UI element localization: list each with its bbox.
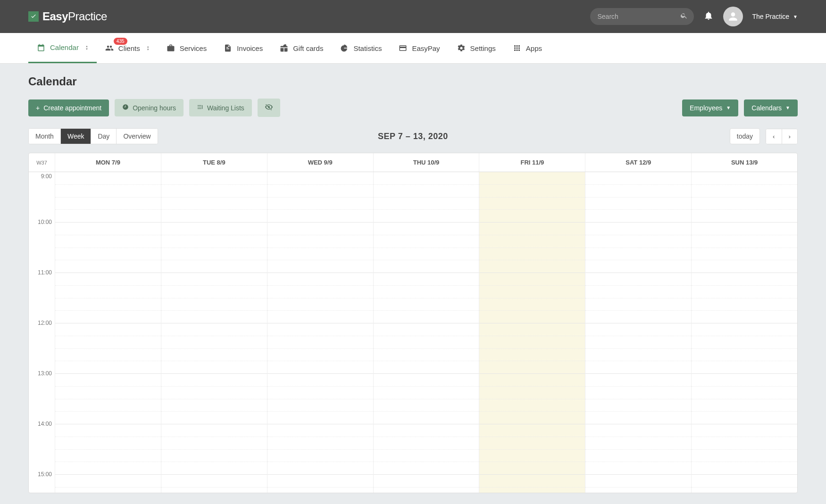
next-button[interactable]: › <box>782 129 797 144</box>
visibility-toggle-button[interactable] <box>258 99 280 117</box>
day-header[interactable]: FRI 11/9 <box>479 153 585 172</box>
prev-button[interactable]: ‹ <box>766 129 782 144</box>
hour-cell[interactable] <box>479 323 585 374</box>
nav-invoices[interactable]: Invoices <box>215 33 271 63</box>
view-month[interactable]: Month <box>29 129 61 144</box>
hour-cell[interactable] <box>479 223 585 273</box>
search-bar[interactable] <box>590 8 694 25</box>
hour-cell[interactable] <box>692 273 797 323</box>
nav-easypay[interactable]: EasyPay <box>390 33 448 63</box>
hour-cell[interactable] <box>161 273 267 323</box>
hour-cell[interactable] <box>161 424 267 475</box>
waiting-lists-button[interactable]: Waiting Lists <box>189 99 252 116</box>
day-column[interactable] <box>585 172 692 493</box>
hour-cell[interactable] <box>692 323 797 374</box>
hour-cell[interactable] <box>585 172 691 223</box>
hour-cell[interactable] <box>692 374 797 424</box>
avatar[interactable] <box>723 7 743 26</box>
hour-cell[interactable] <box>161 223 267 273</box>
nav-services[interactable]: Services <box>158 33 216 63</box>
hour-cell[interactable] <box>55 374 161 424</box>
hour-cell[interactable] <box>585 323 691 374</box>
day-column[interactable] <box>267 172 374 493</box>
day-header[interactable]: WED 9/9 <box>267 153 374 172</box>
hour-cell[interactable] <box>55 172 161 223</box>
nav-apps[interactable]: Apps <box>504 33 551 63</box>
day-header[interactable]: SUN 13/9 <box>692 153 797 172</box>
day-header[interactable]: THU 10/9 <box>374 153 480 172</box>
hour-cell[interactable] <box>55 475 161 493</box>
hour-cell[interactable] <box>267 475 373 493</box>
hour-cell[interactable] <box>55 273 161 323</box>
hour-cell[interactable] <box>479 424 585 475</box>
hour-cell[interactable] <box>374 223 479 273</box>
view-controls: Month Week Day Overview SEP 7 – 13, 2020… <box>28 128 798 144</box>
hour-cell[interactable] <box>267 223 373 273</box>
hour-cell[interactable] <box>479 374 585 424</box>
hour-cell[interactable] <box>692 475 797 493</box>
hour-cell[interactable] <box>585 273 691 323</box>
view-day[interactable]: Day <box>91 129 117 144</box>
day-header[interactable]: TUE 8/9 <box>161 153 267 172</box>
hour-cell[interactable] <box>692 223 797 273</box>
opening-hours-button[interactable]: Opening hours <box>115 99 184 116</box>
hour-cell[interactable] <box>585 223 691 273</box>
hour-cell[interactable] <box>374 323 479 374</box>
user-menu[interactable]: The Practice ▼ <box>752 13 798 20</box>
hour-cell[interactable] <box>585 475 691 493</box>
search-input[interactable] <box>598 13 680 20</box>
nav-apps-label: Apps <box>526 44 542 52</box>
nav-settings[interactable]: Settings <box>449 33 504 63</box>
day-column[interactable] <box>692 172 797 493</box>
day-column[interactable] <box>374 172 480 493</box>
nav-clients-label: Clients <box>118 44 140 52</box>
hour-cell[interactable] <box>55 424 161 475</box>
day-header[interactable]: MON 7/9 <box>55 153 161 172</box>
hour-cell[interactable] <box>585 374 691 424</box>
hour-cell[interactable] <box>479 475 585 493</box>
create-appointment-button[interactable]: + Create appointment <box>28 99 109 116</box>
nav-statistics[interactable]: Statistics <box>332 33 390 63</box>
notifications-icon[interactable] <box>703 10 714 23</box>
hour-cell[interactable] <box>479 172 585 223</box>
day-header[interactable]: SAT 12/9 <box>585 153 692 172</box>
hour-cell[interactable] <box>374 424 479 475</box>
day-column[interactable] <box>479 172 585 493</box>
hour-cell[interactable] <box>374 374 479 424</box>
hour-cell[interactable] <box>55 323 161 374</box>
hour-cell[interactable] <box>479 273 585 323</box>
hour-cell[interactable] <box>374 273 479 323</box>
hour-cell[interactable] <box>161 172 267 223</box>
today-button[interactable]: today <box>730 128 760 144</box>
employees-dropdown[interactable]: Employees ▼ <box>682 99 738 116</box>
hour-cell[interactable] <box>161 323 267 374</box>
hour-cell[interactable] <box>585 424 691 475</box>
nav-calendar[interactable]: Calendar ▲▼ <box>28 33 97 63</box>
day-column[interactable] <box>161 172 267 493</box>
hour-cell[interactable] <box>161 374 267 424</box>
hour-cell[interactable] <box>267 374 373 424</box>
time-label: 11:00 <box>29 269 55 320</box>
calendars-dropdown[interactable]: Calendars ▼ <box>744 99 798 116</box>
nav-giftcards[interactable]: Gift cards <box>271 33 332 63</box>
hour-cell[interactable] <box>692 424 797 475</box>
calendar-icon <box>37 43 45 52</box>
day-column[interactable] <box>55 172 161 493</box>
hour-cell[interactable] <box>267 172 373 223</box>
hour-cell[interactable] <box>267 273 373 323</box>
hour-cell[interactable] <box>374 172 479 223</box>
brand-logo[interactable]: EasyPractice <box>28 10 107 23</box>
hour-cell[interactable] <box>161 475 267 493</box>
caret-down-icon: ▼ <box>785 105 790 110</box>
view-week[interactable]: Week <box>61 129 92 144</box>
user-name: The Practice <box>752 13 790 20</box>
hour-cell[interactable] <box>692 172 797 223</box>
hour-cell[interactable] <box>374 475 479 493</box>
hour-cell[interactable] <box>267 323 373 374</box>
nav-settings-label: Settings <box>470 44 496 52</box>
view-overview[interactable]: Overview <box>117 129 157 144</box>
logo-text: EasyPractice <box>42 10 107 23</box>
hour-cell[interactable] <box>55 223 161 273</box>
nav-clients[interactable]: Clients 435 ▲▼ <box>97 33 158 63</box>
hour-cell[interactable] <box>267 424 373 475</box>
